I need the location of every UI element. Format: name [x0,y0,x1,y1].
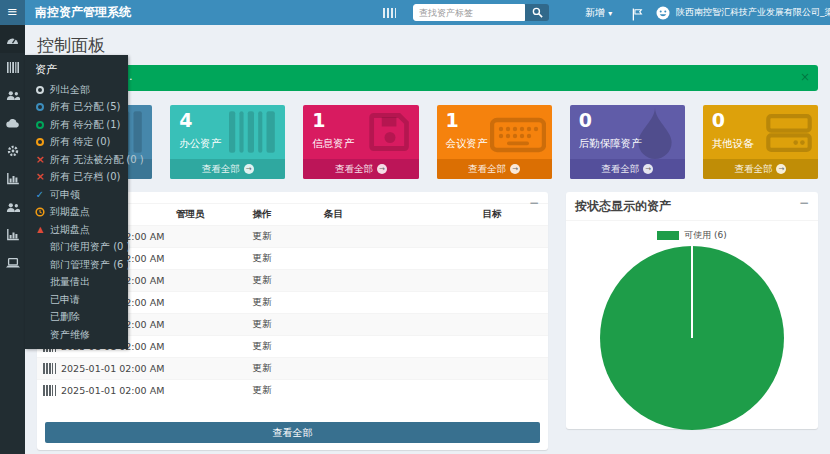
view-all-link[interactable]: 查看全部 → [170,159,285,179]
menu-item-pending-assign[interactable]: 所有 待分配 (1) [25,116,128,134]
collapse-button[interactable]: − [799,196,809,210]
card-other-equipment[interactable]: 0 其他设备 查看全部 → [703,105,818,179]
summary-cards: 查看全部 → 4 办公资产 查看全部 → 1 信息资产 查看全部 [37,105,818,179]
barcode-icon [43,385,56,396]
app-title: 南控资产管理系统 [35,0,131,25]
sidebar-toggle-button[interactable]: ≡ [0,0,25,25]
menu-item-undecided[interactable]: 所有 待定 (0) [25,134,128,152]
card-meeting-assets[interactable]: 1 会议资产 查看全部 → [437,105,552,179]
card-label: 办公资产 [179,137,221,151]
user-menu[interactable]: 陕西南控智汇科技产业发展有限公司_梁俊 ▾ [676,0,830,25]
row-target [476,270,548,292]
search-input[interactable] [413,4,525,21]
view-all-label: 查看全部 [601,163,639,176]
view-all-button[interactable]: 查看全部 [45,422,540,443]
barcode-icon [229,110,279,154]
menu-item-dept-managed-assets[interactable]: 部门管理资产 (6 ) [25,256,128,274]
table-row[interactable]: 2025-01-01 02:00 AM 更新 [37,358,548,380]
legend-swatch [657,231,679,240]
arrow-circle-right-icon: → [643,164,653,174]
flag-icon[interactable] [632,6,643,25]
menu-item-asset-repair[interactable]: 资产维修 [25,326,128,344]
menu-item-unassignable[interactable]: × 所有 无法被分配 (0 ) [25,151,128,169]
sidebar-item-assets[interactable] [0,53,25,81]
circle-icon [35,121,45,129]
menu-item-label: 部门使用资产 (0 ) [50,240,131,254]
new-dropdown[interactable]: 新增 ▾ [585,0,612,25]
menu-item-label: 批量借出 [50,275,90,289]
menu-item-overdue-inventory[interactable]: ▲ 过期盘点 [25,221,128,239]
menu-item-deleted[interactable]: 已删除 [25,309,128,327]
collapse-button[interactable]: − [529,196,539,210]
row-target [476,226,548,248]
card-info-assets[interactable]: 1 信息资产 查看全部 → [303,105,418,179]
menu-item-due-inventory[interactable]: 到期盘点 [25,204,128,222]
row-action: 更新 [247,292,319,314]
sidebar-item-analytics[interactable] [0,221,25,249]
row-target [476,314,548,336]
floppy-icon [367,110,413,154]
legend-label: 可使用 (6) [684,229,727,242]
menu-item-assigned[interactable]: 所有 已分配 (5) [25,99,128,117]
chevron-down-icon: ▾ [608,9,612,18]
circle-icon [35,138,45,146]
menu-item-label: 已申请 [50,293,80,307]
card-count: 4 [179,109,192,131]
card-count: 0 [712,109,725,131]
table-row[interactable]: 2025-01-01 02:00 AM 更新 [37,380,548,402]
menu-item-label: 资产维修 [50,328,90,342]
row-target [476,292,548,314]
server-icon [766,113,812,153]
card-label: 其他设备 [712,137,754,151]
search-button[interactable] [525,4,549,21]
arrow-circle-right-icon: → [510,164,520,174]
card-count: 1 [446,109,459,131]
card-label: 会议资产 [446,137,488,151]
sidebar-item-devices[interactable] [0,249,25,277]
view-all-link[interactable]: 查看全部 → [703,159,818,179]
menu-item-label: 所有 已存档 (0) [50,170,121,184]
menu-item-claimable[interactable]: ✓ 可申领 [25,186,128,204]
menu-item-archived[interactable]: × 所有 已存档 (0) [25,169,128,187]
card-count: 0 [579,109,592,131]
keyboard-icon [490,117,546,153]
success-alert: . × [37,65,818,91]
times-icon: × [35,155,45,165]
column-header-item: 条目 [318,204,476,226]
card-label: 信息资产 [312,137,354,151]
menu-item-label: 已删除 [50,310,80,324]
row-action: 更新 [247,380,319,402]
barcode-icon[interactable] [383,8,396,18]
view-all-link[interactable]: 查看全部 → [437,159,552,179]
view-all-link[interactable]: 查看全部 → [303,159,418,179]
sidebar-item-reports[interactable] [0,165,25,193]
menu-item-dept-used-assets[interactable]: 部门使用资产 (0 ) [25,239,128,257]
sidebar-item-users[interactable] [0,81,25,109]
row-admin [170,248,247,270]
sidebar-item-dashboard[interactable] [0,25,25,53]
avatar[interactable] [656,5,670,24]
warning-triangle-icon: ▲ [35,225,45,234]
menu-item-label: 所有 已分配 (5) [50,100,121,114]
sidebar-item-settings[interactable] [0,137,25,165]
row-admin [170,314,247,336]
view-all-label: 查看全部 [734,163,772,176]
column-header-admin: 管理员 [170,204,247,226]
page-title: 控制面板 [37,34,818,57]
card-logistics-assets[interactable]: 0 后勤保障资产 查看全部 → [570,105,685,179]
search-icon [532,7,543,18]
close-icon[interactable]: × [800,69,810,85]
sidebar-item-people[interactable] [0,193,25,221]
menu-item-applied[interactable]: 已申请 [25,291,128,309]
barcode-icon [43,363,56,374]
sidebar-item-cloud[interactable] [0,109,25,137]
card-office-assets[interactable]: 4 办公资产 查看全部 → [170,105,285,179]
main-content: 控制面板 . × 查看全部 → 4 办公资产 查看全部 → [25,25,830,454]
menu-item-batch-lend[interactable]: 批量借出 [25,274,128,292]
view-all-link[interactable]: 查看全部 → [570,159,685,179]
menu-item-list-all[interactable]: 列出全部 [25,81,128,99]
row-admin [170,226,247,248]
sidebar [0,25,25,454]
menu-item-label: 列出全部 [50,83,90,97]
history-clock-icon [35,207,45,217]
